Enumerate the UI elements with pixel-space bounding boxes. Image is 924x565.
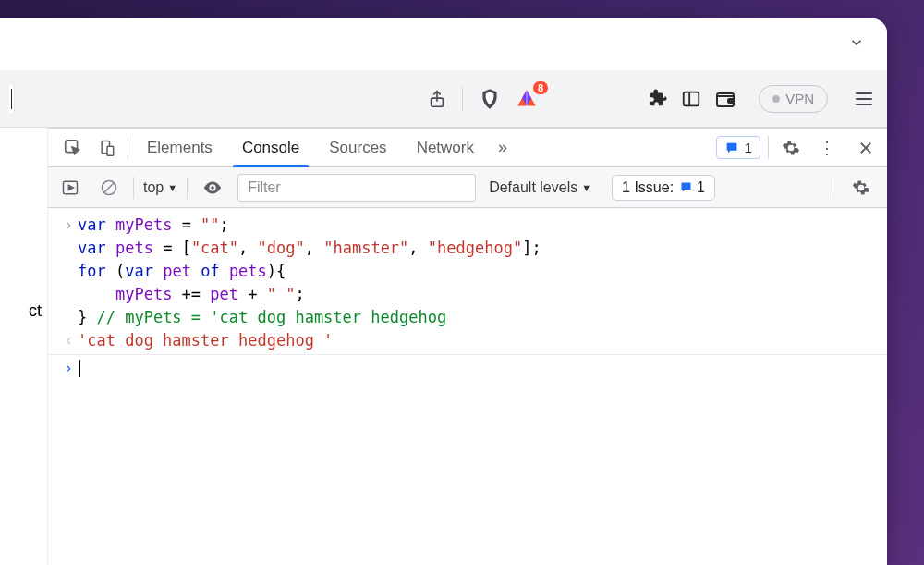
tab-console[interactable]: Console (227, 129, 314, 166)
tabs-overflow-icon[interactable]: » (489, 129, 517, 166)
devtools-settings-icon[interactable] (772, 129, 809, 166)
svg-point-12 (211, 186, 214, 190)
log-levels-select[interactable]: Default levels ▼ (489, 179, 591, 196)
inspect-element-icon[interactable] (55, 129, 91, 166)
sidebar-icon[interactable] (681, 89, 701, 109)
devtools-panel: Elements Console Sources Network » 1 ⋮ (48, 128, 887, 565)
console-output[interactable]: ›var myPets = "";var pets = ["cat", "dog… (48, 208, 887, 565)
code-line: var myPets = ""; (78, 215, 229, 236)
console-input-line: } // myPets = 'cat dog hamster hedgehog (48, 306, 887, 329)
svg-marker-9 (68, 185, 73, 190)
svg-rect-7 (107, 146, 114, 155)
console-input-line: var pets = ["cat", "dog", "hamster", "he… (48, 237, 887, 260)
extensions-icon[interactable] (648, 89, 668, 109)
devtools-tabbar: Elements Console Sources Network » 1 ⋮ (48, 129, 887, 167)
brave-shield-icon[interactable] (478, 87, 502, 111)
vpn-label: VPN (785, 91, 814, 106)
devtools-more-icon[interactable]: ⋮ (809, 129, 845, 166)
messages-count: 1 (745, 140, 752, 155)
clear-console-icon[interactable] (94, 175, 124, 201)
input-marker-icon (59, 284, 78, 305)
vpn-button[interactable]: VPN (759, 85, 828, 113)
window-titlebar (0, 18, 887, 70)
code-line: for (var pet of pets){ (78, 261, 286, 282)
tab-sources[interactable]: Sources (314, 129, 401, 166)
messages-badge[interactable]: 1 (716, 136, 760, 159)
tab-elements[interactable]: Elements (132, 129, 227, 166)
console-input-line: ›var myPets = ""; (48, 214, 887, 237)
input-marker-icon (59, 238, 78, 259)
input-marker-icon (59, 261, 78, 282)
wallet-icon[interactable] (714, 88, 736, 110)
console-filter-input[interactable] (237, 174, 476, 202)
text-cursor (79, 360, 80, 377)
code-line: myPets += pet + " "; (78, 284, 305, 305)
console-result: 'cat dog hamster hedgehog ' (78, 330, 333, 351)
svg-line-11 (104, 183, 114, 192)
rewards-badge-count: 8 (533, 81, 548, 94)
menu-icon[interactable] (850, 87, 878, 111)
input-marker-icon (59, 307, 78, 328)
page-text-fragment: ct (29, 301, 42, 321)
console-sidebar-toggle-icon[interactable] (55, 175, 85, 201)
svg-rect-1 (684, 92, 699, 105)
code-line: var pets = ["cat", "dog", "hamster", "he… (78, 238, 541, 259)
input-marker-icon: › (59, 215, 78, 236)
output-marker-icon: ‹ (59, 330, 78, 351)
page-content: ct (0, 128, 48, 565)
prompt-marker-icon: › (59, 358, 78, 379)
live-expression-icon[interactable] (197, 174, 228, 202)
url-bar[interactable] (9, 82, 15, 116)
browser-toolbar: 8 VPN (0, 70, 887, 128)
console-input-line: for (var pet of pets){ (48, 260, 887, 283)
issues-button[interactable]: 1 Issue: 1 (612, 175, 715, 201)
console-input-line: myPets += pet + " "; (48, 283, 887, 306)
console-filterbar: top ▼ Default levels ▼ 1 Issue: 1 (48, 167, 887, 208)
code-line: } // myPets = 'cat dog hamster hedgehog (78, 307, 446, 328)
brave-rewards-icon[interactable]: 8 (515, 87, 539, 111)
share-icon[interactable] (427, 89, 447, 109)
console-result-row: ‹ 'cat dog hamster hedgehog ' (48, 329, 887, 352)
console-settings-icon[interactable] (843, 178, 880, 197)
execution-context-select[interactable]: top ▼ (143, 179, 177, 196)
devtools-close-icon[interactable] (845, 129, 887, 166)
device-toolbar-icon[interactable] (91, 129, 124, 166)
tab-network[interactable]: Network (402, 129, 489, 166)
chevron-down-icon[interactable] (848, 34, 865, 55)
vpn-status-dot (772, 95, 780, 103)
svg-rect-4 (728, 99, 734, 103)
browser-window: 8 VPN ct (0, 18, 887, 565)
console-prompt-row[interactable]: › (48, 357, 887, 380)
